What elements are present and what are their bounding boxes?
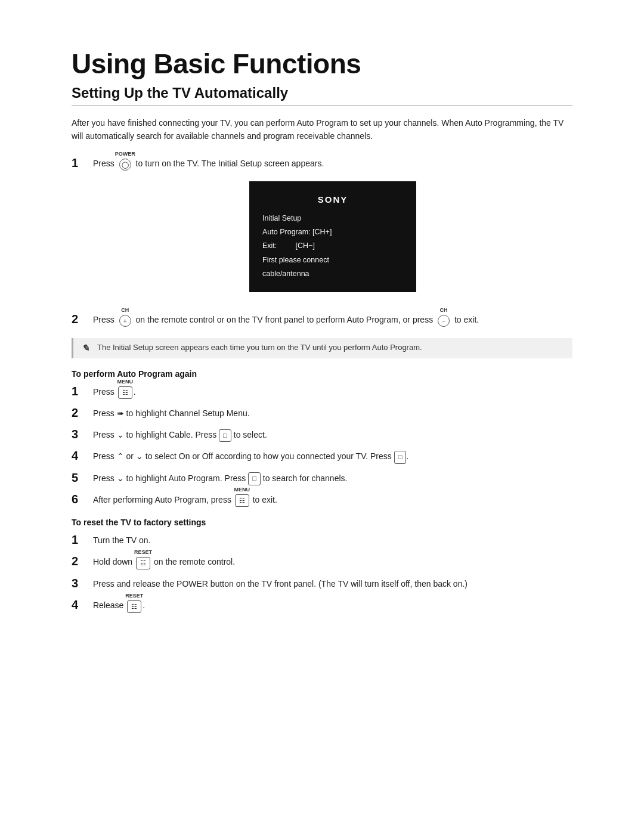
sub1-step-5: 5 Press ⌄ to highlight Auto Program. Pre… <box>72 470 572 485</box>
step-1-content: Press POWER ◯ to turn on the TV. The Ini… <box>93 155 572 305</box>
sub1-step-1-num: 1 <box>72 383 88 399</box>
reset-btn-wrap-2: RESET ☷ <box>127 599 141 613</box>
sub1-step-5-content: Press ⌄ to highlight Auto Program. Press… <box>93 470 572 485</box>
step-2-mid: on the remote control or on the TV front… <box>136 315 435 324</box>
sub2-step-2: 2 Hold down RESET ☷ on the remote contro… <box>72 553 572 569</box>
sub1-step-4-content: Press ⌃ or ⌄ to select On or Off accordi… <box>93 448 572 463</box>
tv-line-5: cable/antenna <box>262 268 403 280</box>
menu-label-2: MENU <box>234 485 250 494</box>
sub1-step-4-num: 4 <box>72 448 88 463</box>
menu-btn-wrap: MENU ☷ <box>118 385 132 399</box>
power-button-wrap: POWER ◯ <box>118 157 132 171</box>
step-1-text-post: to turn on the TV. The Initial Setup scr… <box>136 159 324 168</box>
sub-steps-2: 1 Turn the TV on. 2 Hold down RESET ☷ on… <box>72 532 572 613</box>
power-icon: ◯ <box>119 159 131 171</box>
sub1-step-1: 1 Press MENU ☷ . <box>72 383 572 400</box>
section-title: Setting Up the TV Automatically <box>72 85 572 106</box>
sub-section-1-title: To perform Auto Program again <box>72 369 572 379</box>
sub2-step-3: 3 Press and release the POWER button on … <box>72 575 572 591</box>
step-1: 1 Press POWER ◯ to turn on the TV. The I… <box>72 155 572 305</box>
sub1-step-2-content: Press ➠ to highlight Channel Setup Menu. <box>93 405 572 420</box>
ok-icon-5: □ <box>248 472 261 485</box>
sub2-step-3-content: Press and release the POWER button on th… <box>93 575 572 590</box>
menu-icon: ☷ <box>118 386 132 400</box>
ch-plus-icon: + <box>119 315 131 327</box>
page-title: Using Basic Functions <box>72 48 572 80</box>
sub-section-2-title: To reset the TV to factory settings <box>72 518 572 527</box>
menu-icon-2: ☷ <box>235 494 249 507</box>
tv-line-4: First please connect <box>262 254 403 267</box>
sub2-step-3-num: 3 <box>72 575 88 591</box>
reset-icon: ☷ <box>136 557 150 570</box>
ch-minus-wrap: CH − <box>436 314 451 327</box>
sony-logo: SONY <box>262 192 403 208</box>
sub-steps-1: 1 Press MENU ☷ . 2 Press ➠ to highlight … <box>72 383 572 507</box>
sub1-step-6-num: 6 <box>72 491 88 507</box>
menu-label: MENU <box>117 377 133 386</box>
tv-line-1: Initial Setup <box>262 212 403 225</box>
sub1-step-1-content: Press MENU ☷ . <box>93 383 572 400</box>
ok-icon-3: □ <box>219 429 231 442</box>
reset-icon-2: ☷ <box>127 600 141 614</box>
sub2-step-4: 4 Release RESET ☷ . <box>72 597 572 613</box>
sub1-step-6: 6 After performing Auto Program, press M… <box>72 491 572 507</box>
ch-minus-icon: − <box>438 315 450 327</box>
step-2-end: to exit. <box>454 315 479 324</box>
intro-paragraph: After you have finished connecting your … <box>72 116 572 143</box>
step-2: 2 Press CH + on the remote control or on… <box>72 311 572 327</box>
sub2-step-4-content: Release RESET ☷ . <box>93 597 572 613</box>
sub2-step-2-num: 2 <box>72 553 88 569</box>
step-1-press-label: Press <box>93 159 117 168</box>
sub2-step-1-content: Turn the TV on. <box>93 532 572 547</box>
ch-plus-wrap: CH + <box>118 314 132 327</box>
step-1-number: 1 <box>72 155 88 171</box>
menu-btn-wrap-2: MENU ☷ <box>235 493 249 507</box>
sub1-step-2-num: 2 <box>72 405 88 420</box>
sub1-step-5-num: 5 <box>72 470 88 485</box>
ch-minus-label: CH <box>440 306 448 314</box>
step-2-content: Press CH + on the remote control or on t… <box>93 311 572 327</box>
step-2-press: Press <box>93 315 117 324</box>
reset-label-2: RESET <box>125 592 143 600</box>
power-label: POWER <box>115 150 135 158</box>
sub1-step-6-content: After performing Auto Program, press MEN… <box>93 491 572 507</box>
sub1-step-4: 4 Press ⌃ or ⌄ to select On or Off accor… <box>72 448 572 463</box>
note-box: ✎ The Initial Setup screen appears each … <box>72 338 572 358</box>
sub1-step-3: 3 Press ⌄ to highlight Cable. Press □ to… <box>72 426 572 442</box>
sub2-step-2-content: Hold down RESET ☷ on the remote control. <box>93 553 572 569</box>
sub1-step-2: 2 Press ➠ to highlight Channel Setup Men… <box>72 405 572 420</box>
main-steps: 1 Press POWER ◯ to turn on the TV. The I… <box>72 155 572 327</box>
tv-screen: SONY Initial Setup Auto Program: [CH+] E… <box>249 181 416 292</box>
sub1-step-3-content: Press ⌄ to highlight Cable. Press □ to s… <box>93 426 572 442</box>
reset-label: RESET <box>134 548 152 556</box>
sub2-step-4-num: 4 <box>72 597 88 612</box>
reset-btn-wrap: RESET ☷ <box>136 556 150 569</box>
step-2-number: 2 <box>72 311 88 327</box>
note-text: The Initial Setup screen appears each ti… <box>97 343 422 352</box>
tv-line-3: Exit: [CH−] <box>262 240 403 252</box>
tv-line-2: Auto Program: [CH+] <box>262 226 403 239</box>
sub2-step-1-num: 1 <box>72 532 88 547</box>
sub1-step-3-num: 3 <box>72 426 88 442</box>
page: Using Basic Functions Setting Up the TV … <box>72 48 572 833</box>
sub2-step-1: 1 Turn the TV on. <box>72 532 572 547</box>
note-icon: ✎ <box>82 343 92 354</box>
ch-plus-label: CH <box>121 306 129 314</box>
ok-icon-4: □ <box>394 451 407 464</box>
